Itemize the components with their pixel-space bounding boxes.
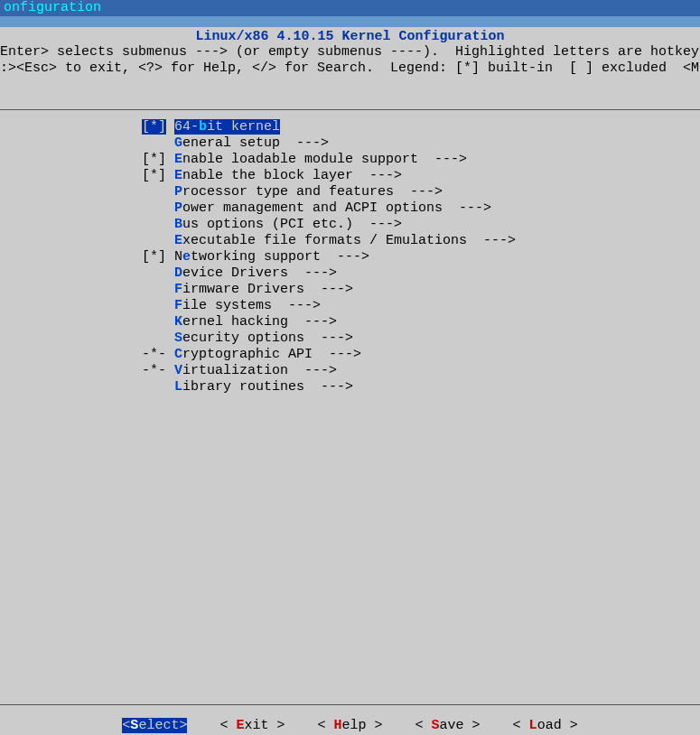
bottom-button-bar: <Select> < Exit > < Help > < Save > < Lo…	[0, 704, 700, 735]
menu-item[interactable]: Bus options (PCI etc.) --->	[142, 217, 700, 233]
menu-item[interactable]: -*- Cryptographic API --->	[142, 347, 700, 363]
button-hotkey: S	[432, 718, 440, 733]
help-text-line1: Enter> selects submenus ---> (or empty s…	[0, 44, 700, 60]
action-button[interactable]: < Exit >	[219, 718, 285, 733]
menu-item-label: evice Drivers --->	[182, 265, 337, 281]
action-button[interactable]: < Help >	[317, 718, 382, 733]
menu-item-hotkey: F	[174, 298, 182, 313]
menu-item[interactable]: Device Drivers --->	[142, 265, 700, 282]
menu-item-state: -*-	[142, 363, 174, 378]
menu-item[interactable]: Executable file formats / Emulations ---…	[142, 233, 700, 249]
menu-item-label: 64-bit kernel	[174, 119, 280, 135]
action-button[interactable]: <Select>	[122, 718, 187, 733]
menu-item[interactable]: [*] Enable loadable module support --->	[142, 152, 700, 168]
menu-item-label: nable the block layer --->	[182, 168, 402, 183]
menu-item-hotkey: L	[174, 379, 182, 395]
window-title-text: onfiguration	[4, 0, 101, 15]
action-button[interactable]: < Load >	[513, 718, 578, 733]
menu-item-hotkey: P	[174, 200, 182, 216]
menu-item-hotkey: V	[174, 363, 182, 378]
menu-item[interactable]: Power management and ACPI options --->	[142, 200, 700, 217]
menu-item-state: [*]	[142, 168, 174, 183]
menu-item-label: ryptographic API --->	[182, 347, 361, 362]
menu-list: [*] 64-bit kernel General setup --->[*] …	[0, 119, 700, 395]
menu-item-hotkey: e	[182, 249, 191, 265]
menu-item[interactable]: [*] Enable the block layer --->	[142, 168, 700, 184]
menu-item-label: irtualization --->	[182, 363, 337, 378]
title-stripe	[0, 16, 700, 27]
button-label: xit >	[244, 718, 285, 733]
menu-item-hotkey: E	[174, 168, 182, 183]
menu-item-hotkey: b	[199, 119, 207, 135]
menu-item-hotkey: E	[174, 233, 182, 248]
menu-item-state	[142, 379, 174, 395]
menu-item[interactable]: Security options --->	[142, 330, 700, 347]
menu-item[interactable]: Firmware Drivers --->	[142, 282, 700, 298]
menu-item-state	[142, 330, 174, 346]
menu-item-state: [*]	[142, 119, 166, 135]
menu-item-label: ibrary routines --->	[182, 379, 353, 395]
button-label: oad >	[537, 718, 578, 733]
menu-item-state	[142, 298, 174, 313]
menu-item[interactable]: Library routines --->	[142, 379, 700, 395]
menu-item-label: eneral setup --->	[182, 135, 329, 151]
button-label: ave >	[440, 718, 481, 733]
menu-item[interactable]: Kernel hacking --->	[142, 314, 700, 330]
button-row: <Select> < Exit > < Help > < Save > < Lo…	[0, 718, 700, 733]
menu-item-state: -*-	[142, 347, 174, 362]
menu-item-hotkey: E	[174, 152, 182, 167]
menu-item-state	[142, 135, 174, 151]
menu-item-hotkey: D	[174, 265, 182, 281]
menu-item-hotkey: F	[174, 282, 182, 297]
menu-item[interactable]: [*] 64-bit kernel	[142, 119, 700, 135]
menu-item-label: rocessor type and features --->	[182, 184, 443, 200]
menu-item-hotkey: K	[174, 314, 182, 330]
window-title-bar: onfiguration	[0, 0, 700, 16]
menu-item-label: xecutable file formats / Emulations --->	[182, 233, 516, 248]
menu-item-state	[142, 265, 174, 281]
menu-item-state: [*]	[142, 249, 174, 265]
menu-item[interactable]: [*] Networking support --->	[142, 249, 700, 265]
button-label: elect>	[138, 718, 187, 733]
button-label: elp >	[342, 718, 383, 733]
menu-item[interactable]: -*- Virtualization --->	[142, 363, 700, 379]
menu-item-hotkey: B	[174, 217, 182, 232]
menu-item-state	[142, 314, 174, 330]
menu-item-label: ernel hacking --->	[182, 314, 337, 330]
menu-item-state	[142, 282, 174, 297]
action-button[interactable]: < Save >	[415, 718, 481, 733]
menu-item-state	[142, 200, 174, 216]
menu-item-label: ower management and ACPI options --->	[182, 200, 491, 216]
button-hotkey: L	[529, 718, 537, 733]
menu-item-hotkey: G	[174, 135, 182, 151]
menu-item-state	[142, 217, 174, 232]
separator	[0, 109, 700, 110]
menu-item-label: ile systems --->	[182, 298, 321, 313]
menu-item[interactable]: File systems --->	[142, 298, 700, 314]
menu-item-state: [*]	[142, 152, 174, 167]
menu-item-label: tworking support --->	[191, 249, 369, 265]
page-title: Linux/x86 4.10.15 Kernel Configuration	[0, 27, 700, 44]
menu-item-hotkey: C	[174, 347, 182, 362]
menu-item-hotkey: S	[174, 330, 182, 346]
menu-item-state	[142, 184, 174, 200]
menu-item[interactable]: Processor type and features --->	[142, 184, 700, 200]
menu-item-label: nable loadable module support --->	[182, 152, 467, 167]
menu-item-hotkey: P	[174, 184, 182, 200]
menu-item-label: ecurity options --->	[182, 330, 353, 346]
menu-item-label: irmware Drivers --->	[182, 282, 353, 297]
menu-item-state	[142, 233, 174, 248]
help-text-line2: :><Esc> to exit, <?> for Help, </> for S…	[0, 60, 700, 77]
menu-item[interactable]: General setup --->	[142, 135, 700, 152]
button-hotkey: H	[333, 718, 341, 733]
menu-item-label: us options (PCI etc.) --->	[182, 217, 402, 232]
